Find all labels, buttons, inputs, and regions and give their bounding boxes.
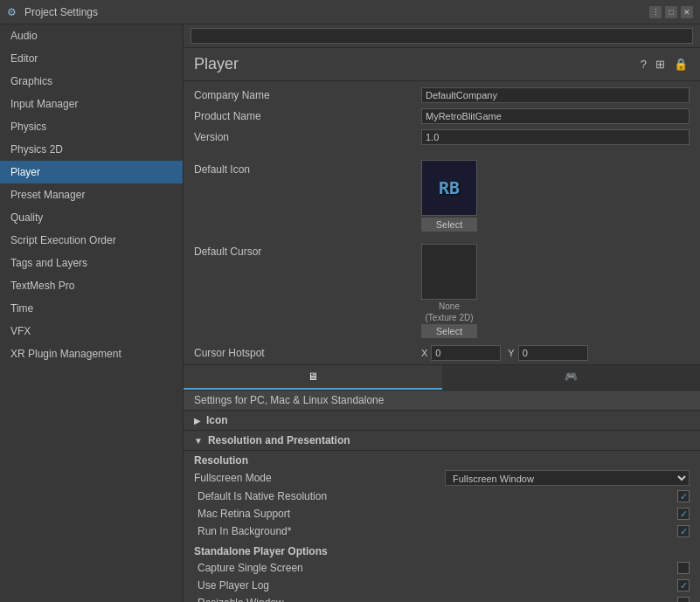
version-row: Version <box>194 128 690 146</box>
icon-section-header[interactable]: ▶ Icon <box>184 411 700 431</box>
version-input[interactable] <box>421 129 690 145</box>
window-controls: ⋮ □ ✕ <box>649 6 693 18</box>
cursor-hotspot-label: Cursor Hotspot <box>194 347 421 359</box>
hotspot-x-input[interactable] <box>431 345 501 361</box>
sidebar-item-script-execution-order[interactable]: Script Execution Order <box>0 229 183 252</box>
fullscreen-mode-label: Fullscreen Mode <box>194 472 445 484</box>
default-cursor-row: Default Cursor None (Texture 2D) Select <box>184 244 700 338</box>
cursor-select-button[interactable]: Select <box>421 324 477 338</box>
icon-rb-text: RB <box>439 177 460 198</box>
platform-tab-pc[interactable]: 🖥 <box>184 365 442 390</box>
window-title: Project Settings <box>24 6 649 18</box>
help-icon-button[interactable]: ? <box>639 56 648 73</box>
mac-retina-support-checkbox[interactable] <box>677 508 690 520</box>
maximize-button[interactable]: □ <box>665 6 677 18</box>
company-name-input[interactable] <box>421 87 690 103</box>
sidebar-item-physics[interactable]: Physics <box>0 115 183 138</box>
capture-single-screen-checkbox[interactable] <box>677 562 690 574</box>
resolution-section-title: Resolution and Presentation <box>208 434 350 446</box>
version-label: Version <box>194 131 421 143</box>
use-player-log-checkbox[interactable] <box>677 579 690 592</box>
sidebar-item-preset-manager[interactable]: Preset Manager <box>0 183 183 206</box>
platform-tabs: 🖥 🎮 <box>184 365 700 391</box>
x-coord-label: X <box>421 348 427 358</box>
cursor-box[interactable] <box>421 244 477 300</box>
sidebar-item-player[interactable]: Player <box>0 161 183 183</box>
main-layout: Audio Editor Graphics Input Manager Phys… <box>0 24 700 602</box>
default-native-resolution-checkbox[interactable] <box>677 490 690 502</box>
platform-tab-switch[interactable]: 🎮 <box>442 365 701 390</box>
cursor-none-text: None <box>439 301 460 311</box>
sidebar: Audio Editor Graphics Input Manager Phys… <box>0 24 184 602</box>
search-bar <box>184 24 700 48</box>
y-coord-label: Y <box>508 348 514 358</box>
content-area: Player ? ⊞ 🔒 Company Name Product Name <box>184 24 700 602</box>
sidebar-item-time[interactable]: Time <box>0 297 183 320</box>
settings-label-row: Settings for PC, Mac & Linux Standalone <box>184 391 700 411</box>
company-name-row: Company Name <box>194 86 690 104</box>
hotspot-y-input[interactable] <box>518 345 588 361</box>
mac-retina-support-label: Mac Retina Support <box>194 508 677 520</box>
default-native-resolution-label: Default Is Native Resolution <box>194 490 677 502</box>
hotspot-y-coord: Y <box>508 345 587 361</box>
sidebar-item-xr-plugin-management[interactable]: XR Plugin Management <box>0 343 183 365</box>
player-header: Player ? ⊞ 🔒 <box>184 48 700 81</box>
hotspot-inputs: X Y <box>421 345 588 361</box>
lock-icon-button[interactable]: 🔒 <box>672 56 690 73</box>
close-button[interactable]: ✕ <box>681 6 693 18</box>
sidebar-item-graphics[interactable]: Graphics <box>0 70 183 93</box>
sidebar-item-vfx[interactable]: VFX <box>0 320 183 343</box>
player-title: Player <box>194 55 639 73</box>
search-input[interactable] <box>191 28 693 44</box>
version-value <box>421 129 690 145</box>
icon-preview: RB Select <box>421 160 477 232</box>
resizable-window-checkbox[interactable] <box>677 597 690 602</box>
layout-icon-button[interactable]: ⊞ <box>654 56 667 73</box>
fullscreen-mode-select[interactable]: Fullscreen Window Exclusive Fullscreen M… <box>445 470 690 486</box>
company-name-value <box>421 87 690 103</box>
resizable-window-label: Resizable Window <box>194 597 677 602</box>
use-player-log-row: Use Player Log <box>184 577 700 594</box>
product-name-label: Product Name <box>194 110 421 122</box>
switch-icon: 🎮 <box>565 370 578 383</box>
product-name-input[interactable] <box>421 108 690 124</box>
sidebar-item-input-manager[interactable]: Input Manager <box>0 93 183 115</box>
sidebar-item-tags-and-layers[interactable]: Tags and Layers <box>0 252 183 274</box>
default-icon-label: Default Icon <box>194 160 421 176</box>
cursor-hotspot-row: Cursor Hotspot X Y <box>184 342 700 365</box>
resolution-subsection-title: Resolution <box>184 451 700 468</box>
mac-retina-support-row: Mac Retina Support <box>184 505 700 522</box>
cursor-texture-text: (Texture 2D) <box>425 313 473 322</box>
default-icon-row: Default Icon RB Select <box>184 155 700 237</box>
resizable-window-row: Resizable Window <box>184 594 700 602</box>
more-options-button[interactable]: ⋮ <box>649 6 662 18</box>
sidebar-item-quality[interactable]: Quality <box>0 206 183 229</box>
run-in-background-label: Run In Background* <box>194 525 677 537</box>
capture-single-screen-label: Capture Single Screen <box>194 562 677 574</box>
icon-select-button[interactable]: Select <box>421 218 477 232</box>
resolution-section-header[interactable]: ▼ Resolution and Presentation <box>184 431 700 451</box>
run-in-background-row: Run In Background* <box>184 522 700 540</box>
company-name-section: Company Name Product Name Version <box>184 81 700 155</box>
default-native-resolution-row: Default Is Native Resolution <box>184 488 700 505</box>
header-icons: ? ⊞ 🔒 <box>639 56 690 73</box>
settings-label-text: Settings for PC, Mac & Linux Standalone <box>194 394 384 406</box>
sidebar-item-editor[interactable]: Editor <box>0 47 183 70</box>
icon-section-title: Icon <box>206 414 228 426</box>
capture-single-screen-row: Capture Single Screen <box>184 559 700 577</box>
run-in-background-checkbox[interactable] <box>677 525 690 537</box>
hotspot-x-coord: X <box>421 345 501 361</box>
sidebar-item-textmesh-pro[interactable]: TextMesh Pro <box>0 274 183 297</box>
default-cursor-label: Default Cursor <box>194 244 421 258</box>
cursor-preview: None (Texture 2D) Select <box>421 244 477 338</box>
scroll-area[interactable]: Company Name Product Name Version <box>184 81 700 602</box>
icon-box[interactable]: RB <box>421 160 477 216</box>
company-name-label: Company Name <box>194 89 421 101</box>
title-bar: ⚙ Project Settings ⋮ □ ✕ <box>0 0 700 24</box>
sidebar-item-audio[interactable]: Audio <box>0 24 183 47</box>
icon-section-arrow: ▶ <box>194 416 201 426</box>
standalone-player-options-title: Standalone Player Options <box>184 540 700 559</box>
window-icon: ⚙ <box>7 6 19 18</box>
sidebar-item-physics-2d[interactable]: Physics 2D <box>0 138 183 161</box>
product-name-row: Product Name <box>194 107 690 125</box>
